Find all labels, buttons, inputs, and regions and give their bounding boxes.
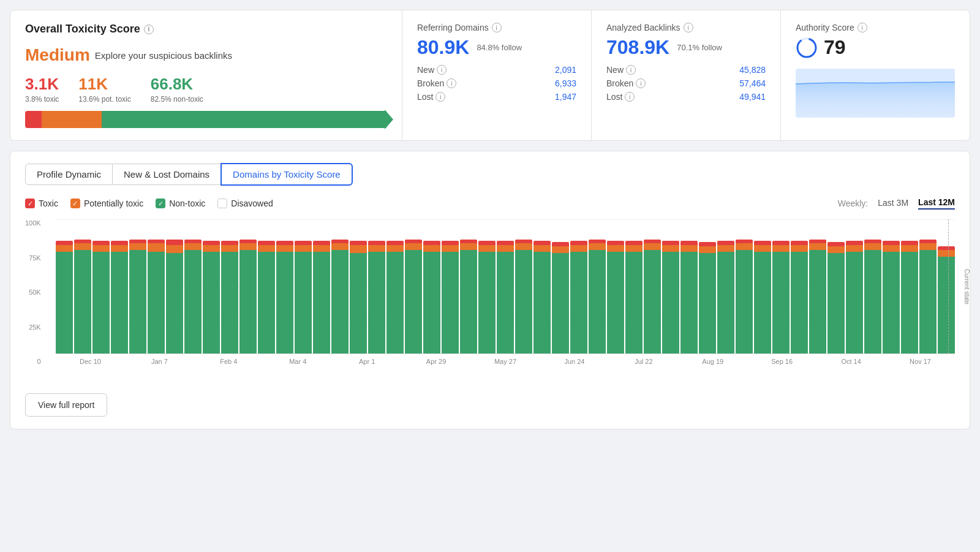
chart-y-labels: 100K 75K 50K 25K 0 — [25, 219, 46, 365]
bar-group — [515, 219, 532, 354]
bar-group — [680, 219, 698, 354]
non-toxic-checkbox[interactable]: ✓ — [156, 198, 165, 208]
analyzed-backlinks-rows: New i 45,828 Broken i 57,464 Lost i — [606, 65, 766, 102]
x-label-aug-19: Aug 19 — [678, 358, 747, 365]
toxic-label: 3.8% toxic — [25, 95, 59, 104]
bar-group — [331, 219, 349, 354]
legend-toxic[interactable]: ✓ Toxic — [25, 198, 58, 208]
bar-group — [736, 219, 753, 354]
pot-toxic-bar-segment — [864, 243, 881, 250]
pot-toxic-bar-segment — [184, 243, 202, 250]
svg-point-1 — [797, 39, 816, 57]
disavowed-checkbox[interactable] — [217, 198, 227, 208]
non-toxic-bar-segment — [662, 252, 679, 354]
non-toxic-bar-segment — [497, 252, 514, 354]
bar-group — [460, 219, 477, 354]
non-toxic-bar-segment — [680, 252, 698, 354]
bar-group — [442, 219, 459, 354]
chart-legend: ✓ Toxic ✓ Potentially toxic ✓ Non-toxic … — [25, 198, 273, 208]
non-toxic-bar-segment — [791, 252, 808, 354]
non-toxic-bar-segment — [809, 250, 826, 354]
non-toxic-bar-segment — [239, 250, 257, 354]
non-toxic-bar-segment — [258, 252, 275, 354]
non-toxic-score: 66.8K 82.5% non-toxic — [151, 75, 203, 104]
time-option-12m[interactable]: Last 12M — [918, 197, 955, 210]
pot-toxic-bar-segment — [258, 245, 275, 252]
non-toxic-bar-segment — [846, 252, 863, 354]
bar-group — [699, 219, 716, 354]
pot-toxic-checkbox[interactable]: ✓ — [70, 198, 80, 208]
rd-new-info[interactable]: i — [437, 65, 447, 75]
authority-score-info-icon[interactable]: i — [858, 23, 867, 32]
bar-group — [570, 219, 587, 354]
non-toxic-segment — [102, 111, 387, 128]
bar-group — [239, 219, 257, 354]
pot-toxic-bar-segment — [680, 245, 698, 252]
non-toxic-bar-segment — [405, 250, 422, 354]
ab-broken-info[interactable]: i — [636, 78, 646, 88]
pot-toxic-bar-segment — [919, 243, 937, 250]
pot-toxic-bar-segment — [442, 245, 459, 252]
y-label-75k: 75K — [29, 254, 41, 262]
legend-disavowed[interactable]: Disavowed — [217, 198, 273, 208]
analyzed-backlinks-value: 708.9K 70.1% follow — [606, 36, 766, 59]
non-toxic-bar-segment — [423, 252, 440, 354]
tab-new-lost-domains[interactable]: New & Lost Domains — [113, 164, 221, 185]
bar-group — [589, 219, 606, 354]
non-toxic-bar-segment — [864, 250, 881, 354]
pot-toxic-bar-segment — [662, 245, 679, 252]
ab-new-info[interactable]: i — [626, 65, 636, 75]
pot-toxic-bar-segment — [276, 245, 293, 252]
non-toxic-bar-segment — [883, 252, 900, 354]
authority-mini-chart — [796, 69, 955, 118]
non-toxic-bar-segment — [313, 252, 330, 354]
bar-group — [386, 219, 404, 354]
ab-new-row: New i 45,828 — [606, 65, 766, 75]
referring-domains-info-icon[interactable]: i — [492, 23, 502, 32]
time-option-3m[interactable]: Last 3M — [878, 198, 908, 209]
bar-group — [644, 219, 661, 354]
x-label-may-27: May 27 — [471, 358, 540, 365]
non-toxic-bar-segment — [938, 257, 955, 354]
view-full-report-button[interactable]: View full report — [25, 393, 107, 417]
rd-broken-info[interactable]: i — [447, 78, 456, 88]
tab-domains-by-toxicity[interactable]: Domains by Toxicity Score — [221, 163, 353, 186]
ab-broken-row: Broken i 57,464 — [606, 78, 766, 88]
non-toxic-bar-segment — [478, 252, 496, 354]
pot-toxic-bar-segment — [938, 250, 955, 257]
non-toxic-bar-segment — [368, 252, 385, 354]
y-label-100k: 100K — [25, 219, 41, 227]
bar-group — [552, 219, 569, 354]
non-toxic-bar-segment — [276, 252, 293, 354]
bar-group — [423, 219, 440, 354]
x-label-jan-7: Jan 7 — [125, 358, 194, 365]
rd-lost-info[interactable]: i — [435, 92, 445, 102]
pot-toxic-bar-segment — [497, 245, 514, 252]
current-state-label: Current state — [964, 269, 971, 304]
pot-toxic-bar-segment — [423, 245, 440, 252]
cursor-indicator — [385, 110, 393, 129]
referring-domains-rows: New i 2,091 Broken i 6,933 Lost i — [417, 65, 576, 102]
pot-toxic-bar-segment — [772, 245, 790, 252]
pot-toxic-bar-segment — [736, 243, 753, 250]
y-label-0: 0 — [37, 358, 41, 365]
non-toxic-bar-segment — [754, 252, 771, 354]
legend-non-toxic[interactable]: ✓ Non-toxic — [156, 198, 205, 208]
legend-pot-toxic[interactable]: ✓ Potentially toxic — [70, 198, 143, 208]
y-label-25k: 25K — [29, 323, 41, 331]
pot-toxic-bar-segment — [405, 243, 422, 250]
toxicity-info-icon[interactable]: i — [144, 25, 154, 34]
ab-lost-info[interactable]: i — [625, 92, 635, 102]
analyzed-backlinks-info-icon[interactable]: i — [684, 23, 693, 32]
bar-group — [625, 219, 643, 354]
pot-toxic-bar-segment — [791, 245, 808, 252]
bar-group — [111, 219, 128, 354]
non-toxic-bar-segment — [772, 252, 790, 354]
bar-group — [919, 219, 937, 354]
non-toxic-bar-segment — [129, 250, 146, 354]
toxic-value: 3.1K — [25, 75, 59, 94]
pot-toxic-bar-segment — [589, 243, 606, 250]
toxic-checkbox[interactable]: ✓ — [25, 198, 35, 208]
toxic-bar-segment — [166, 240, 183, 245]
tab-profile-dynamic[interactable]: Profile Dynamic — [25, 164, 113, 185]
